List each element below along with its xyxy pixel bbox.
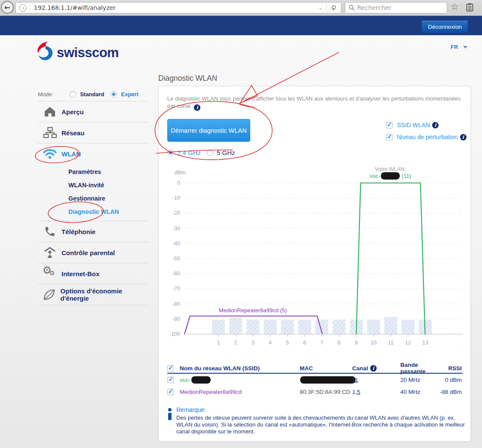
col-bande-header: Bande passante [400,362,438,375]
svg-text:5: 5 [286,340,289,346]
info-icon[interactable]: i [432,122,439,128]
wlan-table: Nom du réseau WLAN (SSID) MAC Canali Ban… [167,363,463,398]
url-bar[interactable]: i 192.168.1.1/#wifi/analyzer ⌄ ⟳ [15,2,341,13]
band-24ghz-radio[interactable] [167,149,174,156]
svg-text:-100: -100 [169,331,180,337]
language-code: FR [451,44,458,50]
note-title: Remarque: [176,406,464,413]
search-placeholder: Rechercher [357,4,391,11]
mode-standard-radio[interactable] [70,91,76,98]
svg-text:0: 0 [177,180,180,186]
url-dropdown-chevron-icon[interactable]: ⌄ [319,5,323,11]
wlan-submenu: Paramètres WLAN-invité Gestionnaire Diag… [38,164,148,221]
table-header-row: Nom du réseau WLAN (SSID) MAC Canali Ban… [167,363,463,374]
band-24ghz-label[interactable]: 2.4 GHz [177,149,201,156]
chevron-down-icon [463,46,467,49]
svg-text:-70: -70 [172,286,180,292]
url-text[interactable]: 192.168.1.1/#wifi/analyzer [34,4,315,11]
sidebar-item-telephonie[interactable]: Téléphonie [38,221,148,242]
bookmarks-sidebar-icon[interactable] [466,3,473,13]
svg-text:-90: -90 [172,316,180,322]
site-info-icon[interactable]: i [19,4,27,12]
start-diagnostic-button[interactable]: Démarrer diagnostic WLAN [167,119,250,142]
svg-text:1: 1 [217,340,220,346]
note-info-icon [168,408,172,420]
diagnostic-panel: Le diagnostic WLAN vous permet d'affiche… [158,86,471,442]
reload-icon[interactable]: ⟳ [330,5,338,10]
svg-text:canal: canal [450,349,463,350]
gears-icon: ⚙ ⚙ [38,267,61,280]
svg-text:-30: -30 [172,226,180,232]
mode-standard-label[interactable]: Standard [80,91,104,98]
svg-text:2: 2 [234,340,237,346]
perturbation-checkbox[interactable] [386,134,393,140]
canal-link[interactable]: 5 [357,389,360,395]
sidebar-item-reseau[interactable]: Réseau [38,122,148,143]
sidebar-item-internet-box[interactable]: ⚙ ⚙ Internet-Box [38,263,148,284]
canal-link[interactable]: 11 [352,377,358,383]
band-selector: 2.4 GHz 5 GHz [167,149,235,156]
wifi-icon [38,148,61,160]
info-icon[interactable]: i [194,104,200,111]
bande-cell: 40 MHz [400,389,438,395]
ssid-wlan-toggle: SSID WLAN i [386,122,439,128]
svg-text:8: 8 [338,340,341,346]
svg-text:11: 11 [388,340,393,346]
page-title: Diagnostic WLAN [158,74,217,83]
swisscom-logo: swisscom [36,41,119,64]
col-mac-header: MAC [300,365,352,372]
svg-text:7: 7 [320,340,323,346]
band-5ghz-radio[interactable] [207,149,213,156]
mode-expert-label[interactable]: Expert [121,91,138,98]
col-canal-header: Canali [352,365,400,372]
sidebar-item-controle-parental[interactable]: Contrôle parental [38,242,148,263]
network-icon [38,127,61,139]
redaction-blob: 5C:DC:96:EA:97:2C [300,376,356,384]
svg-text:9: 9 [355,340,358,346]
sidebar-subitem-gestionnaire[interactable]: Gestionnaire [38,192,148,205]
sidebar-item-wlan[interactable]: WLAN [38,143,148,164]
row-checkbox[interactable] [167,389,174,395]
svg-text:4: 4 [269,340,272,346]
mode-switcher: Mode: Standard Expert [38,88,148,101]
ssid-cell: vuc-10814 [180,377,300,383]
col-rssi-header: RSSI [438,365,463,372]
svg-text:3: 3 [252,340,255,346]
browser-back-button[interactable]: ← [1,1,14,14]
bookmark-star-icon[interactable]: ☆ [451,2,459,12]
info-icon[interactable]: i [370,365,377,372]
info-icon[interactable]: i [460,134,467,140]
sidebar-item-apercu[interactable]: Aperçu [38,101,148,122]
svg-text:-20: -20 [172,210,180,216]
sidebar-nav: Mode: Standard Expert Aperçu Réseau [38,88,148,305]
bande-cell: 20 MHz [400,377,438,383]
rssi-cell: 0 dBm [438,377,463,383]
svg-text:dBm: dBm [175,170,186,176]
sidebar-item-economie-energie[interactable]: Options d'économie d'énergie [38,284,148,305]
sidebar-subitem-parametres[interactable]: Paramètres [38,165,148,178]
svg-text:-40: -40 [172,241,180,247]
home-icon [38,106,61,117]
svg-text:-10: -10 [172,195,180,201]
mode-expert-radio[interactable] [111,91,117,98]
leaf-icon [38,288,61,301]
row-checkbox[interactable] [167,377,174,383]
remark-note: Remarque: Des pertes de vitesse peuvent … [167,406,464,435]
svg-text:13: 13 [422,340,428,346]
phone-icon [38,226,61,238]
mode-label: Mode: [38,91,53,98]
top-navbar: Déconnexion [0,16,482,35]
router-admin-page: { "browser": { "url": "192.168.1.1/#wifi… [0,0,482,448]
search-input[interactable]: Rechercher [345,2,447,13]
own-wlan-chart-label: Votre WLAN: vuc-10814 (11) [370,166,411,179]
language-selector[interactable]: FR [451,44,467,50]
svg-text:-80: -80 [172,301,180,307]
sidebar-subitem-wlan-invite[interactable]: WLAN-invité [38,178,148,192]
redaction-blob: 10814 [191,376,211,384]
select-all-checkbox[interactable] [167,365,174,372]
sidebar-subitem-diagnostic-wlan[interactable]: Diagnostic WLAN [38,205,148,218]
logout-button[interactable]: Déconnexion [421,20,468,33]
band-5ghz-label[interactable]: 5 GHz [217,149,235,156]
mac-cell: 5C:DC:96:EA:97:2C [300,377,352,383]
ssid-wlan-checkbox[interactable] [386,122,393,128]
